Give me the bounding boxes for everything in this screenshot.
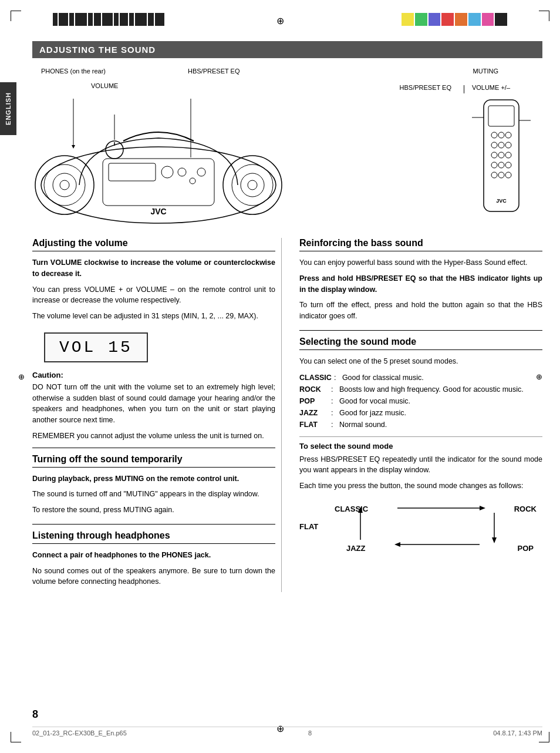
page-number: 8 (32, 708, 38, 721)
svg-marker-44 (492, 537, 497, 543)
select-sound-subsection: To select the sound mode Press HBS/PRESE… (299, 436, 542, 553)
svg-point-33 (498, 162, 504, 168)
muting-body1: The sound is turned off and "MUTING" app… (32, 489, 275, 500)
mode-key-jazz: JAZZ (299, 407, 329, 419)
svg-point-12 (178, 168, 186, 176)
crosshair-right: ⊕ (534, 372, 544, 381)
barcode-left (53, 13, 205, 26)
bass-body2: To turn off the effect, press and hold t… (299, 300, 542, 322)
bass-body1: You can enjoy powerful bass sound with t… (299, 257, 542, 268)
remember-text: REMEMBER you cannot adjust the volume un… (32, 431, 275, 442)
svg-point-29 (491, 152, 497, 158)
svg-rect-9 (103, 159, 214, 206)
muting-body2: To restore the sound, press MUTING again… (32, 505, 275, 516)
volume-subtitle: Turn VOLUME clockwise to increase the vo… (32, 257, 275, 280)
label-separator (464, 85, 464, 93)
select-sound-body: Press HBS/PRESET EQ repeatedly until the… (299, 454, 542, 476)
footer-center: 8 (308, 730, 312, 737)
mode-desc-classic: Good for classical music. (342, 372, 424, 384)
svg-point-6 (232, 164, 273, 206)
footer-right: 04.8.17, 1:43 PM (493, 730, 542, 737)
svg-point-35 (491, 172, 497, 178)
bass-title: Reinforcing the bass sound (299, 238, 542, 251)
volume-body1: You can press VOLUME + or VOLUME – on th… (32, 284, 275, 307)
cycle-body: Each time you press the button, the soun… (299, 480, 542, 492)
sound-mode-intro: You can select one of the 5 preset sound… (299, 356, 542, 367)
caution-label: Caution: (32, 371, 275, 379)
label-volume: VOLUME (91, 82, 118, 89)
select-sound-title: To select the sound mode (299, 442, 542, 451)
sound-mode-diagram: FLAT CLASSIC ROCK JAZZ POP (299, 500, 542, 553)
svg-point-32 (491, 162, 497, 168)
muting-subtitle: During playback, press MUTING on the rem… (32, 473, 275, 485)
section-bass: Reinforcing the bass sound You can enjoy… (299, 238, 542, 322)
sound-row-flat: FLAT : Normal sound. (299, 419, 542, 431)
remote-illustration: JVC (472, 97, 531, 226)
left-column: Adjusting the volume Turn VOLUME clockwi… (32, 238, 282, 592)
mode-desc-jazz: Good for jazz music. (339, 407, 406, 419)
sound-mode-title: Selecting the sound mode (299, 337, 542, 350)
crosshair-left: ⊕ (16, 372, 26, 381)
svg-point-26 (491, 142, 497, 148)
sound-row-jazz: JAZZ : Good for jazz music. (299, 407, 542, 419)
headphones-title: Listening through headphones (32, 530, 275, 544)
label-volume-remote: VOLUME +/– (472, 84, 510, 91)
svg-rect-10 (109, 163, 156, 181)
footer-left: 02_01-23_RC-EX30B_E_En.p65 (32, 730, 127, 737)
color-bars (402, 13, 507, 26)
svg-point-14 (197, 168, 205, 176)
headphones-body: No sound comes out of the speakers anymo… (32, 566, 275, 588)
svg-point-2 (44, 164, 85, 206)
section-muting: Turning off the sound temporarily During… (32, 448, 275, 516)
svg-point-7 (241, 173, 264, 197)
mode-desc-flat: Normal sound. (339, 419, 387, 431)
svg-point-8 (248, 180, 257, 190)
volume-body2: The volume level can be adjusted in 31 s… (32, 311, 275, 322)
sound-row-rock: ROCK : Boosts low and high frequency. Go… (299, 384, 542, 395)
page-title: ADJUSTING THE SOUND (32, 41, 542, 58)
corner-mark-bl (11, 732, 21, 742)
svg-point-30 (498, 152, 504, 158)
svg-point-25 (505, 132, 511, 138)
label-phones: PHONES (on the rear) (41, 68, 106, 75)
svg-point-36 (498, 172, 504, 178)
cycle-arrows-svg (299, 500, 542, 553)
headphones-subtitle: Connect a pair of headphones to the PHON… (32, 550, 275, 561)
sound-modes-table: CLASSIC : Good for classical music. ROCK… (299, 372, 542, 431)
corner-mark-tl (11, 11, 21, 21)
label-muting: MUTING (473, 68, 498, 75)
diagram-area: PHONES (on the rear) VOLUME HBS/PRESET E… (32, 68, 542, 232)
svg-marker-42 (480, 506, 485, 510)
caution-body: DO NOT turn off the unit with the volume… (32, 382, 275, 426)
sound-row-pop: POP : Good for vocal music. (299, 395, 542, 407)
section-sound-mode: Selecting the sound mode You can select … (299, 330, 542, 553)
sound-row-classic: CLASSIC : Good for classical music. (299, 372, 542, 384)
svg-point-28 (505, 142, 511, 148)
language-tab: English (0, 82, 16, 135)
section-headphones: Listening through headphones Connect a p… (32, 524, 275, 587)
svg-point-4 (60, 180, 69, 190)
mode-desc-rock: Boosts low and high frequency. Good for … (339, 384, 524, 395)
page-footer: 02_01-23_RC-EX30B_E_En.p65 8 04.8.17, 1:… (32, 727, 542, 737)
section-muting-title: Turning off the sound temporarily (32, 454, 275, 468)
label-hbs-preset-eq: HBS/PRESET EQ (188, 68, 239, 75)
svg-text:JVC: JVC (496, 198, 507, 204)
svg-point-37 (505, 172, 511, 178)
mode-key-rock: ROCK (299, 384, 329, 395)
mode-desc-pop: Good for vocal music. (339, 395, 410, 407)
mode-key-flat: FLAT (299, 419, 329, 431)
right-column: Reinforcing the bass sound You can enjoy… (299, 238, 542, 592)
svg-point-3 (53, 173, 76, 197)
mode-key-classic: CLASSIC (299, 372, 332, 384)
main-unit-illustration: JVC (32, 94, 296, 229)
svg-point-31 (505, 152, 511, 158)
section-volume-title: Adjusting the volume (32, 238, 275, 251)
svg-rect-21 (484, 100, 519, 211)
svg-marker-46 (394, 542, 400, 547)
two-col-layout: Adjusting the volume Turn VOLUME clockwi… (32, 238, 542, 592)
svg-marker-48 (358, 507, 363, 513)
svg-point-34 (505, 162, 511, 168)
svg-point-23 (491, 132, 497, 138)
svg-point-13 (190, 178, 195, 184)
svg-point-24 (498, 132, 504, 138)
